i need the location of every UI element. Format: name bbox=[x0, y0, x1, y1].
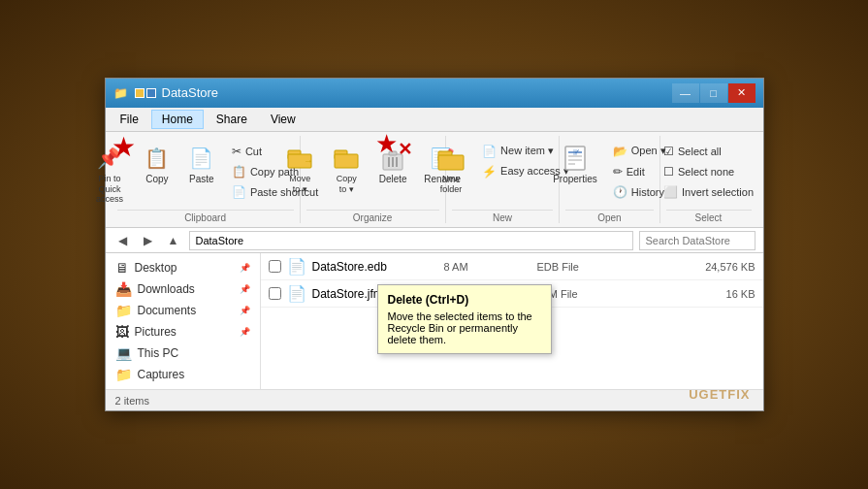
pin-label: Pin to Quickaccess bbox=[92, 174, 127, 205]
paste-icon: 📄 bbox=[186, 143, 217, 174]
delete-tooltip: Delete (Ctrl+D) Move the selected items … bbox=[377, 284, 552, 354]
select-group-label: Select bbox=[666, 210, 752, 223]
status-bar: 2 items bbox=[106, 389, 763, 410]
nav-item-thispc[interactable]: 💻 This PC bbox=[106, 342, 260, 364]
search-input[interactable] bbox=[639, 231, 755, 250]
ribbon-group-open: ✓ Properties 📂 Open ▾ ✏ Edit bbox=[560, 136, 659, 223]
svg-rect-6 bbox=[389, 151, 397, 155]
copy-to-label: Copyto ▾ bbox=[337, 174, 357, 195]
paste-button[interactable]: 📄 Paste bbox=[180, 138, 223, 189]
up-button[interactable]: ▲ bbox=[164, 231, 183, 250]
svg-rect-4 bbox=[335, 154, 358, 168]
maximize-button[interactable]: □ bbox=[700, 83, 727, 103]
file-size-0: 24,576 KB bbox=[705, 261, 755, 273]
menu-share[interactable]: Share bbox=[206, 110, 258, 129]
title-controls: — □ ✕ bbox=[672, 83, 755, 103]
open-group-label: Open bbox=[565, 210, 653, 223]
move-to-label: Moveto ▾ bbox=[289, 174, 310, 195]
select-none-button[interactable]: ☐ Select none bbox=[657, 162, 760, 181]
copy-to-button[interactable]: Copyto ▾ bbox=[324, 138, 369, 200]
svg-text:✓: ✓ bbox=[574, 148, 580, 155]
select-all-label: Select all bbox=[678, 146, 722, 157]
file-name-0: DataStore.edb bbox=[312, 260, 438, 274]
nav-item-downloads[interactable]: 📥 Downloads 📌 bbox=[106, 278, 260, 300]
title-bar-squares bbox=[135, 88, 156, 98]
move-to-icon: → bbox=[284, 143, 315, 174]
address-path-input[interactable] bbox=[189, 231, 633, 250]
file-size-1: 16 KB bbox=[726, 288, 755, 300]
ribbon-group-clipboard: 📌 Pin to Quickaccess ★ 📋 Copy 📄 Paste bbox=[112, 136, 301, 223]
file-checkbox-1[interactable] bbox=[269, 287, 281, 300]
menu-home[interactable]: Home bbox=[151, 110, 204, 129]
nav-item-pictures[interactable]: 🖼 Pictures 📌 bbox=[106, 321, 260, 342]
tooltip-title: Delete (Ctrl+D) bbox=[388, 293, 541, 307]
svg-rect-11 bbox=[438, 155, 464, 170]
menu-file[interactable]: File bbox=[110, 110, 149, 129]
file-row-0[interactable]: 📄 DataStore.edb 8 AM EDB File 24,576 KB bbox=[261, 253, 763, 280]
new-folder-icon bbox=[435, 143, 466, 174]
cut-label: Cut bbox=[245, 146, 262, 157]
nav-item-captures[interactable]: 📁 Captures bbox=[106, 364, 260, 385]
nav-panel: 🖥 Desktop 📌 📥 Downloads 📌 📁 Documents 📌 … bbox=[106, 253, 261, 389]
pictures-pin-icon: 📌 bbox=[240, 327, 250, 337]
title-square-yellow bbox=[135, 88, 145, 98]
content-area: 🖥 Desktop 📌 📥 Downloads 📌 📁 Documents 📌 … bbox=[106, 253, 763, 389]
menu-view[interactable]: View bbox=[260, 110, 306, 129]
clipboard-group-label: Clipboard bbox=[117, 210, 294, 223]
tooltip-body: Move the selected items to the Recycle B… bbox=[388, 310, 541, 345]
new-item-icon: 📄 bbox=[482, 145, 497, 158]
copy-path-icon: 📋 bbox=[232, 165, 246, 179]
select-all-icon: ☑ bbox=[663, 145, 674, 158]
file-panel: 📄 DataStore.edb 8 AM EDB File 24,576 KB … bbox=[261, 253, 763, 389]
back-button[interactable]: ◀ bbox=[113, 231, 133, 250]
select-all-button[interactable]: ☑ Select all bbox=[657, 142, 760, 161]
pictures-icon: 🖼 bbox=[115, 324, 129, 340]
window: 📁 DataStore — □ ✕ File Home Share View bbox=[105, 78, 764, 411]
easy-access-icon: ⚡ bbox=[482, 165, 497, 179]
thispc-label: This PC bbox=[138, 346, 179, 360]
invert-selection-label: Invert selection bbox=[682, 186, 754, 198]
pin-to-quick-access-button[interactable]: 📌 Pin to Quickaccess ★ bbox=[85, 138, 134, 210]
pictures-label: Pictures bbox=[135, 325, 177, 339]
organize-group-label: Organize bbox=[306, 210, 439, 223]
minimize-button[interactable]: — bbox=[672, 83, 699, 103]
new-group-label: New bbox=[452, 210, 554, 223]
menu-bar: File Home Share View bbox=[106, 108, 763, 132]
downloads-pin-icon: 📌 bbox=[240, 284, 250, 294]
properties-button[interactable]: ✓ Properties bbox=[546, 138, 604, 189]
open-icon: 📂 bbox=[613, 145, 627, 158]
paste-shortcut-icon: 📄 bbox=[232, 185, 246, 199]
title-bar-icon: 📁 bbox=[113, 85, 129, 101]
nav-item-documents[interactable]: 📁 Documents 📌 bbox=[106, 300, 260, 321]
outer-frame: 📁 DataStore — □ ✕ File Home Share View bbox=[105, 78, 764, 411]
move-to-button[interactable]: → Moveto ▾ bbox=[277, 138, 322, 200]
cut-icon: ✂ bbox=[232, 145, 241, 158]
new-folder-label: Newfolder bbox=[440, 174, 463, 195]
new-folder-button[interactable]: Newfolder bbox=[429, 138, 473, 200]
nav-item-desktop[interactable]: 🖥 Desktop 📌 bbox=[106, 257, 260, 278]
file-icon-1: 📄 bbox=[287, 284, 306, 303]
properties-icon: ✓ bbox=[560, 143, 591, 174]
copy-to-icon bbox=[331, 143, 362, 174]
ribbon-group-organize: → Moveto ▾ Copyto ▾ bbox=[301, 136, 446, 223]
forward-button[interactable]: ▶ bbox=[139, 231, 158, 250]
invert-selection-icon: ⬜ bbox=[663, 185, 678, 199]
file-checkbox-0[interactable] bbox=[269, 260, 281, 273]
copy-button[interactable]: 📋 Copy bbox=[136, 138, 178, 189]
captures-label: Captures bbox=[138, 368, 185, 381]
edit-label: Edit bbox=[627, 166, 645, 178]
file-type-0: EDB File bbox=[537, 261, 605, 273]
watermark: UGETFIX bbox=[689, 387, 750, 402]
paste-label: Paste bbox=[189, 174, 214, 184]
ribbon: 📌 Pin to Quickaccess ★ 📋 Copy 📄 Paste bbox=[106, 132, 763, 228]
close-button[interactable]: ✕ bbox=[728, 83, 755, 103]
desktop-pin-icon: 📌 bbox=[240, 263, 250, 273]
delete-button[interactable]: ✕ Delete ★ bbox=[370, 138, 415, 189]
properties-label: Properties bbox=[553, 174, 597, 184]
desktop-icon: 🖥 bbox=[115, 260, 129, 276]
documents-pin-icon: 📌 bbox=[240, 306, 250, 315]
downloads-icon: 📥 bbox=[115, 281, 132, 297]
window-title: DataStore bbox=[162, 85, 219, 100]
invert-selection-button[interactable]: ⬜ Invert selection bbox=[657, 182, 760, 202]
desktop-label: Desktop bbox=[135, 261, 177, 275]
